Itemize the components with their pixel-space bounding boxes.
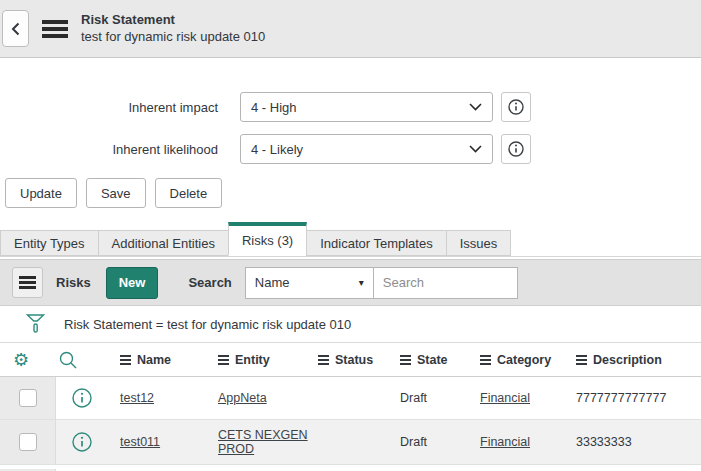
related-tabs: Entity Types Additional Entities Risks (…: [0, 222, 701, 256]
description-cell: 7777777777777: [570, 391, 701, 405]
risks-toolbar: Risks New Search Name ▾: [0, 259, 701, 306]
update-button[interactable]: Update: [5, 178, 77, 208]
grid-title: Risks: [56, 275, 91, 290]
row-info-cell: [56, 387, 108, 409]
delete-button[interactable]: Delete: [155, 178, 223, 208]
column-menu-icon: [120, 355, 131, 365]
column-label: Description: [593, 353, 662, 367]
search-label: Search: [188, 275, 231, 290]
column-label: Name: [137, 353, 171, 367]
column-menu-icon: [576, 355, 587, 365]
entity-link[interactable]: CETS NEXGEN PROD: [218, 428, 308, 456]
page-header: Risk Statement test for dynamic risk upd…: [0, 0, 701, 58]
row-select-cell: [0, 420, 56, 464]
column-label: Status: [335, 353, 373, 367]
row-checkbox[interactable]: [19, 389, 37, 407]
inherent-likelihood-value: 4 - Likely: [251, 142, 469, 157]
row-info-icon[interactable]: [71, 387, 93, 409]
chevron-left-icon: [11, 22, 20, 36]
record-actions: Update Save Delete: [5, 178, 701, 208]
save-button[interactable]: Save: [86, 178, 146, 208]
grid-header: ⚙ Name Entity Status State Category Desc…: [0, 343, 701, 377]
state-cell: Draft: [396, 435, 478, 449]
risk-name-link[interactable]: test011: [120, 435, 160, 449]
chevron-down-icon: [469, 103, 482, 111]
tab-additional-entities[interactable]: Additional Entities: [98, 230, 229, 256]
state-cell: Draft: [396, 391, 478, 405]
search-column-value: Name: [255, 275, 359, 290]
inherent-impact-label: Inherent impact: [0, 100, 218, 115]
column-header-name[interactable]: Name: [108, 353, 214, 367]
info-icon: [507, 140, 525, 158]
tab-entity-types[interactable]: Entity Types: [0, 230, 99, 256]
column-menu-icon: [480, 355, 491, 365]
table-row: test12 AppNeta Draft Financial 777777777…: [0, 377, 701, 420]
back-button[interactable]: [2, 10, 29, 47]
risk-form: Inherent impact 4 - High Inherent likeli…: [0, 92, 701, 164]
inherent-impact-select[interactable]: 4 - High: [240, 92, 493, 122]
column-header-state[interactable]: State: [396, 353, 478, 367]
chevron-down-icon: [469, 145, 482, 153]
row-info-cell: [56, 431, 108, 453]
new-button[interactable]: New: [106, 267, 159, 299]
description-cell: 33333333: [570, 435, 701, 449]
column-label: Category: [497, 353, 551, 367]
column-header-status[interactable]: Status: [314, 353, 396, 367]
category-link[interactable]: Financial: [480, 435, 530, 449]
row-info-icon[interactable]: [71, 431, 93, 453]
table-row: test011 CETS NEXGEN PROD Draft Financial…: [0, 420, 701, 465]
column-menu-icon: [318, 355, 329, 365]
page-subtitle: test for dynamic risk update 010: [81, 29, 265, 45]
column-header-category[interactable]: Category: [478, 353, 570, 367]
record-menu-icon[interactable]: [42, 20, 68, 38]
page-title: Risk Statement: [81, 12, 265, 28]
inherent-impact-info-button[interactable]: [501, 92, 531, 122]
column-menu-icon: [218, 355, 229, 365]
tab-issues[interactable]: Issues: [446, 230, 512, 256]
column-label: State: [417, 353, 448, 367]
column-header-entity[interactable]: Entity: [214, 353, 314, 367]
grid-menu-button[interactable]: [12, 267, 43, 298]
gear-icon[interactable]: ⚙: [13, 349, 29, 370]
search-column-select[interactable]: Name ▾: [245, 267, 374, 299]
search-icon[interactable]: [58, 350, 108, 370]
row-select-cell: [0, 377, 56, 419]
search-input[interactable]: [373, 267, 518, 299]
entity-link[interactable]: AppNeta: [218, 391, 267, 405]
column-label: Entity: [235, 353, 270, 367]
inherent-likelihood-info-button[interactable]: [501, 134, 531, 164]
column-menu-icon: [400, 355, 411, 365]
triangle-down-icon: ▾: [359, 277, 364, 288]
risk-name-link[interactable]: test12: [120, 391, 154, 405]
tab-indicator-templates[interactable]: Indicator Templates: [306, 230, 447, 256]
filter-text: Risk Statement = test for dynamic risk u…: [64, 317, 351, 332]
tab-risks[interactable]: Risks (3): [228, 222, 307, 256]
menu-icon: [19, 276, 36, 289]
column-header-description[interactable]: Description: [570, 353, 701, 367]
filter-row: Risk Statement = test for dynamic risk u…: [0, 306, 701, 343]
funnel-icon[interactable]: [26, 313, 45, 336]
info-icon: [507, 98, 525, 116]
inherent-likelihood-select[interactable]: 4 - Likely: [240, 134, 493, 164]
row-checkbox[interactable]: [19, 433, 37, 451]
inherent-impact-value: 4 - High: [251, 100, 469, 115]
category-link[interactable]: Financial: [480, 391, 530, 405]
inherent-likelihood-label: Inherent likelihood: [0, 142, 218, 157]
